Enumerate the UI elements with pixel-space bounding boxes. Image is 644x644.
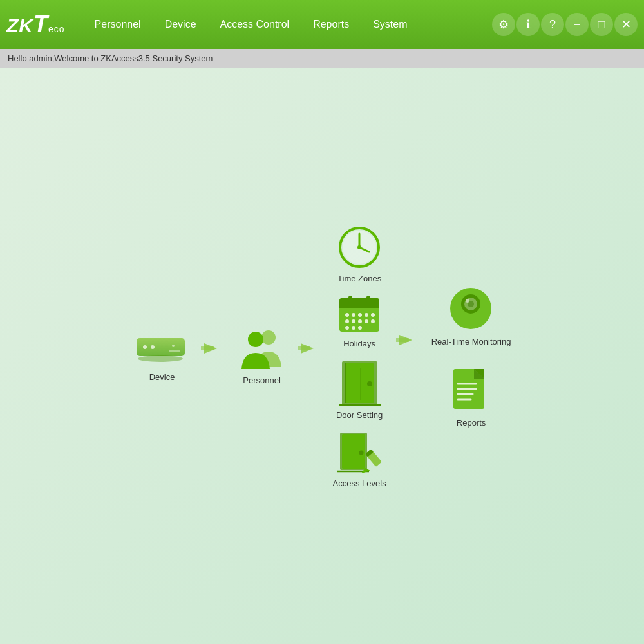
reports-node[interactable]: Reports	[450, 366, 492, 428]
arrow-2	[298, 336, 323, 361]
svg-rect-33	[348, 296, 352, 303]
topbar-icons: ⚙ ℹ ? − □ ✕	[492, 13, 638, 36]
status-message: Hello admin,Welcome to ZKAccess3.5 Secur…	[8, 53, 213, 63]
nav-item-access-control[interactable]: Access Control	[210, 14, 300, 35]
arrow-right-3-icon	[396, 327, 422, 353]
settings-button[interactable]: ⚙	[492, 13, 515, 36]
svg-point-3	[151, 345, 155, 349]
main-content: Device Personnel	[0, 68, 644, 644]
close-button[interactable]: ✕	[614, 13, 638, 36]
svg-point-24	[371, 313, 375, 317]
svg-rect-11	[298, 346, 310, 350]
arrow-right-2-icon	[298, 336, 323, 361]
svg-point-32	[358, 326, 362, 330]
svg-point-25	[345, 319, 349, 323]
svg-point-27	[358, 319, 362, 323]
personnel-label: Personnel	[243, 375, 281, 385]
time-zones-node[interactable]: Time Zones	[337, 225, 382, 283]
personnel-node[interactable]: Personnel	[236, 327, 288, 385]
holidays-label: Holidays	[343, 339, 375, 348]
logo-text: ZKTeco	[6, 11, 65, 38]
svg-point-22	[358, 313, 362, 317]
access-levels-node[interactable]: Access Levels	[333, 430, 386, 488]
holidays-node[interactable]: Holidays	[337, 293, 382, 348]
time-zones-icon	[337, 225, 382, 270]
device-icon	[133, 330, 191, 366]
svg-rect-49	[396, 338, 409, 342]
maximize-button[interactable]: □	[590, 13, 613, 36]
svg-point-8	[261, 330, 276, 345]
real-time-monitoring-icon	[447, 285, 495, 333]
svg-rect-34	[366, 296, 370, 303]
reports-label: Reports	[457, 418, 486, 428]
svg-point-54	[466, 299, 469, 303]
arrow-1	[201, 336, 227, 361]
svg-point-26	[352, 319, 355, 323]
nav-menu: Personnel Device Access Control Reports …	[84, 14, 492, 35]
svg-point-1	[138, 355, 183, 362]
svg-point-16	[357, 245, 361, 249]
svg-point-31	[352, 326, 355, 330]
door-setting-icon	[339, 358, 381, 406]
access-levels-label: Access Levels	[333, 478, 386, 488]
door-setting-node[interactable]: Door Setting	[336, 358, 383, 420]
logo: ZKTeco	[6, 11, 65, 38]
svg-point-30	[345, 326, 349, 330]
arrow-right-icon	[201, 336, 227, 361]
help-button[interactable]: ?	[541, 13, 564, 36]
real-time-monitoring-node[interactable]: Real-Time Monitoring	[431, 285, 511, 346]
nav-item-reports[interactable]: Reports	[303, 14, 359, 35]
nav-item-system[interactable]: System	[363, 14, 417, 35]
right-column: Real-Time Monitoring Reports	[431, 285, 511, 428]
nav-item-personnel[interactable]: Personnel	[84, 14, 151, 35]
minimize-button[interactable]: −	[565, 13, 589, 36]
svg-point-23	[365, 313, 368, 317]
svg-point-2	[143, 345, 147, 349]
svg-rect-7	[201, 346, 214, 350]
personnel-icon	[236, 327, 288, 369]
svg-point-9	[248, 332, 263, 347]
middle-column: Time Zones	[333, 225, 386, 488]
access-levels-icon	[337, 430, 382, 475]
svg-point-29	[371, 319, 375, 323]
svg-rect-5	[169, 350, 180, 352]
svg-point-28	[365, 319, 368, 323]
info-button[interactable]: ℹ	[516, 13, 540, 36]
nav-item-device[interactable]: Device	[155, 14, 207, 35]
real-time-monitoring-label: Real-Time Monitoring	[431, 337, 511, 346]
door-setting-label: Door Setting	[336, 410, 383, 420]
device-node[interactable]: Device	[133, 330, 191, 382]
svg-rect-19	[339, 305, 379, 308]
holidays-icon	[337, 293, 382, 335]
time-zones-label: Time Zones	[337, 274, 381, 283]
svg-rect-45	[365, 449, 382, 467]
svg-point-38	[367, 381, 372, 386]
workflow-diagram: Device Personnel	[0, 212, 644, 501]
svg-point-43	[359, 450, 364, 455]
svg-point-4	[172, 345, 175, 347]
arrow-3	[396, 327, 422, 353]
svg-point-20	[345, 313, 349, 317]
topbar: ZKTeco Personnel Device Access Control R…	[0, 0, 644, 49]
reports-icon	[450, 366, 492, 414]
device-label: Device	[149, 372, 175, 382]
svg-point-21	[352, 313, 355, 317]
statusbar: Hello admin,Welcome to ZKAccess3.5 Secur…	[0, 49, 644, 68]
